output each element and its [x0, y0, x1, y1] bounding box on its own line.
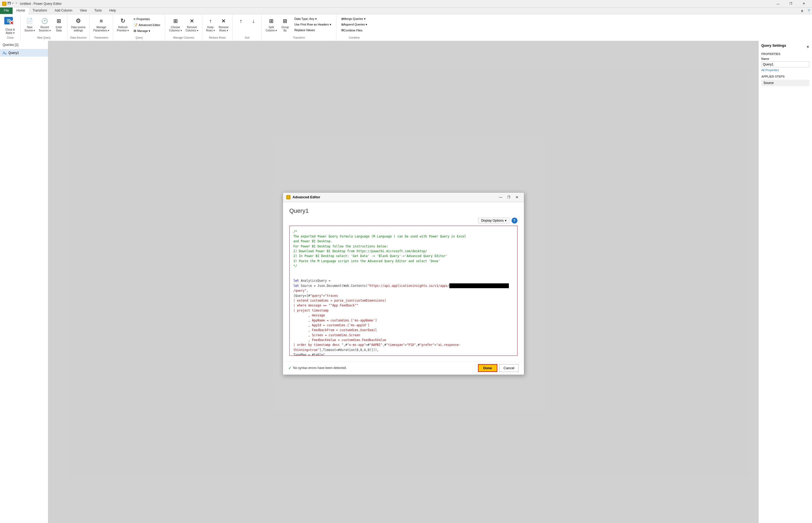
data-source-settings-label: Data sourcesettings: [71, 26, 86, 32]
group-by-button[interactable]: ⊞ GroupBy: [279, 16, 291, 33]
recent-sources-button[interactable]: 🕐 RecentSources ▾: [37, 16, 52, 33]
manage-label: Manage ▾: [137, 29, 150, 33]
sidebar-item-query1[interactable]: Aᵦ Query1: [0, 49, 48, 57]
dialog-body: Query1 Display Options ▾ ? /* The export…: [283, 202, 524, 361]
dialog-title-bar: ⚡ Advanced Editor — ❐ ✕: [283, 193, 524, 202]
tab-add-column[interactable]: Add Column: [51, 7, 76, 14]
use-first-row-button[interactable]: Use First Row as Headers ▾: [293, 22, 333, 27]
help-icon[interactable]: ?: [806, 7, 812, 14]
split-column-label: SplitColumn ▾: [265, 26, 277, 32]
choose-columns-label: ChooseColumns ▾: [169, 26, 182, 32]
remove-columns-button[interactable]: ✕ RemoveColumns ▾: [184, 16, 200, 33]
tab-transform[interactable]: Transform: [29, 7, 51, 14]
keep-rows-button[interactable]: ↑ KeepRows ▾: [204, 16, 217, 33]
done-button[interactable]: Done: [478, 364, 498, 372]
close-apply-button[interactable]: ⊞ ✕ Close &Apply ▾: [2, 16, 18, 36]
refresh-preview-label: RefreshPreview ▾: [117, 26, 129, 32]
dialog-help-button[interactable]: ?: [512, 218, 517, 223]
query1-icon: Aᵦ: [3, 51, 7, 55]
ribbon-group-query: ↻ RefreshPreview ▾ ≡ Properties 📝 Advanc…: [113, 15, 165, 40]
tab-file[interactable]: File: [0, 7, 13, 14]
ribbon-group-sort: ↑ ↓ Sort: [233, 15, 262, 40]
data-type-label: Data Type: Any ▾: [294, 17, 316, 21]
code-editor[interactable]: /* The exported Power Query Formula Lang…: [290, 226, 517, 356]
replace-values-label: Replace Values: [294, 29, 315, 32]
enter-data-button[interactable]: ⊞ EnterData: [53, 16, 65, 33]
advanced-editor-label: Advanced Editor: [139, 23, 161, 26]
dialog-restore-button[interactable]: ❐: [505, 194, 513, 200]
minimize-button[interactable]: —: [772, 0, 784, 7]
footer-buttons: Done Cancel: [478, 364, 518, 372]
sort-descending-button[interactable]: ↓: [247, 16, 259, 26]
manage-button[interactable]: ⊞ Manage ▾: [132, 28, 162, 34]
dialog-footer: ✓ No syntax errors have been detected. D…: [283, 361, 524, 375]
new-source-button[interactable]: 📄 NewSource ▾: [23, 16, 36, 33]
tab-view[interactable]: View: [76, 7, 91, 14]
properties-section-title: PROPERTIES: [761, 52, 809, 56]
append-queries-icon: ⊞: [341, 23, 344, 26]
remove-rows-label: RemoveRows ▾: [219, 26, 228, 32]
new-source-label: NewSource ▾: [24, 26, 35, 32]
remove-rows-button[interactable]: ✕ RemoveRows ▾: [217, 16, 230, 33]
applied-steps-section: APPLIED STEPS Source: [761, 75, 809, 86]
dialog-minimize-button[interactable]: —: [497, 194, 504, 200]
ribbon-collapse-button[interactable]: ∧: [798, 7, 806, 14]
combine-files-button[interactable]: ⊞ Combine Files: [339, 28, 364, 33]
dialog-close-button[interactable]: ✕: [513, 194, 521, 200]
group-by-label: GroupBy: [281, 26, 289, 32]
cancel-button[interactable]: Cancel: [499, 364, 518, 372]
sort-descending-icon: ↓: [249, 17, 258, 25]
query-settings-close-button[interactable]: ✕: [806, 45, 809, 49]
source-step[interactable]: Source: [761, 80, 809, 86]
sort-ascending-button[interactable]: ↑: [235, 16, 247, 26]
remove-columns-label: RemoveColumns ▾: [186, 26, 198, 32]
merge-queries-button[interactable]: ⊞ Merge Queries ▾: [339, 16, 367, 21]
ribbon-group-transform: ⊞ SplitColumn ▾ ⊞ GroupBy Data Type: Any…: [262, 15, 336, 40]
remove-columns-icon: ✕: [187, 17, 196, 25]
manage-parameters-button[interactable]: ≡ ManageParameters ▾: [92, 16, 111, 33]
title-bar-undo-icon: ↩: [12, 2, 14, 6]
dialog-options-row: Display Options ▾ ?: [290, 218, 517, 223]
append-queries-button[interactable]: ⊞ Append Queries ▾: [339, 22, 369, 27]
group-by-icon: ⊞: [281, 17, 290, 25]
title-bar: ⚡ 💾 ↩ ▼ Untitled - Power Query Editor — …: [0, 0, 812, 7]
refresh-preview-button[interactable]: ↻ RefreshPreview ▾: [115, 16, 130, 33]
title-bar-text: Untitled - Power Query Editor: [20, 2, 772, 6]
append-queries-label: Append Queries ▾: [344, 23, 368, 26]
sort-ascending-icon: ↑: [237, 17, 245, 25]
query-name-input[interactable]: [761, 61, 809, 67]
data-sources-group-label: Data Sources: [70, 36, 87, 39]
dialog-query-name: Query1: [290, 208, 517, 214]
source-step-label: Source: [763, 81, 774, 85]
query-settings-title: Query Settings: [761, 43, 786, 48]
queries-header: Queries [1]: [0, 41, 48, 49]
close-group-label: Close: [7, 36, 14, 39]
footer-status: ✓ No syntax errors have been detected.: [288, 366, 347, 370]
all-properties-link[interactable]: All Properties: [761, 68, 809, 72]
split-column-button[interactable]: ⊞ SplitColumn ▾: [264, 16, 278, 33]
ribbon-content: ⊞ ✕ Close &Apply ▾ Close 📄 NewSource ▾ 🕐…: [0, 14, 812, 41]
query-settings-panel: Query Settings ✕ PROPERTIES Name All Pro…: [758, 41, 812, 523]
data-source-settings-button[interactable]: ⚙ Data sourcesettings: [70, 16, 87, 33]
reduce-rows-label: Reduce Rows: [209, 36, 226, 39]
app-icon: ⚡: [2, 2, 6, 6]
tab-home[interactable]: Home: [13, 7, 29, 14]
advanced-editor-button[interactable]: 📝 Advanced Editor: [132, 22, 162, 28]
replace-values-button[interactable]: Replace Values: [293, 28, 333, 33]
dialog-title-text: Advanced Editor: [293, 195, 497, 199]
data-source-settings-icon: ⚙: [74, 17, 82, 25]
data-type-button[interactable]: Data Type: Any ▾: [293, 16, 333, 21]
tab-help[interactable]: Help: [106, 7, 119, 14]
properties-button[interactable]: ≡ Properties: [132, 16, 162, 22]
ribbon-tabs: File Home Transform Add Column View Tool…: [0, 7, 812, 14]
choose-columns-button[interactable]: ⊞ ChooseColumns ▾: [167, 16, 183, 33]
manage-columns-label: Manage Columns: [173, 36, 194, 39]
advanced-editor-dialog: ⚡ Advanced Editor — ❐ ✕ Query1 Display O…: [283, 193, 524, 375]
close-window-button[interactable]: ✕: [797, 0, 810, 7]
restore-button[interactable]: ❐: [785, 0, 797, 7]
display-options-button[interactable]: Display Options ▾: [478, 218, 509, 223]
choose-columns-icon: ⊞: [171, 17, 180, 25]
queries-sidebar: Queries [1] Aᵦ Query1: [0, 41, 48, 523]
manage-icon: ⊞: [134, 29, 136, 33]
tab-tools[interactable]: Tools: [90, 7, 106, 14]
